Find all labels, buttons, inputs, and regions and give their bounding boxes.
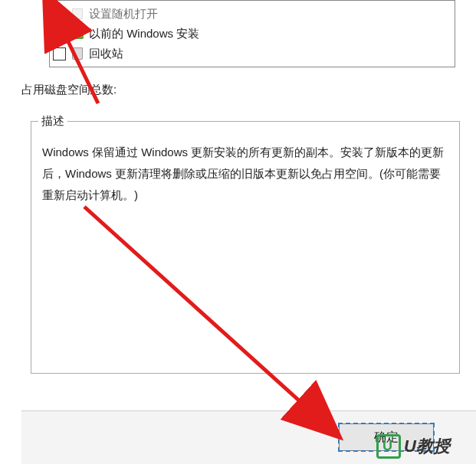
checkbox-checked[interactable] bbox=[53, 28, 66, 41]
list-item[interactable]: 回收站 bbox=[50, 44, 455, 64]
recycle-bin-icon bbox=[71, 47, 84, 60]
cleanup-items-list: 设置随机打开 以前的 Windows 安装 回收站 bbox=[49, 0, 455, 67]
list-item[interactable]: 设置随机打开 bbox=[50, 4, 455, 24]
watermark-icon bbox=[376, 434, 401, 459]
list-item-label: 设置随机打开 bbox=[89, 7, 158, 21]
list-item-label: 回收站 bbox=[89, 47, 123, 61]
watermark-text: U教授 bbox=[404, 435, 450, 458]
description-text: Windows 保留通过 Windows 更新安装的所有更新的副本。安装了新版本… bbox=[42, 145, 444, 201]
list-item-label: 以前的 Windows 安装 bbox=[89, 27, 199, 41]
windows-install-icon bbox=[71, 27, 84, 41]
description-heading: 描述 bbox=[38, 114, 67, 129]
total-space-label: 占用磁盘空间总数: bbox=[21, 83, 476, 97]
checkbox[interactable] bbox=[53, 8, 66, 21]
checkbox[interactable] bbox=[53, 47, 66, 60]
list-item[interactable]: 以前的 Windows 安装 bbox=[50, 24, 455, 44]
generic-icon bbox=[71, 7, 84, 21]
watermark: U教授 bbox=[376, 427, 476, 466]
disk-cleanup-dialog: 设置随机打开 以前的 Windows 安装 回收站 占用磁盘空间总数: 描述 W… bbox=[21, 0, 476, 374]
description-box: Windows 保留通过 Windows 更新安装的所有更新的副本。安装了新版本… bbox=[31, 121, 460, 374]
